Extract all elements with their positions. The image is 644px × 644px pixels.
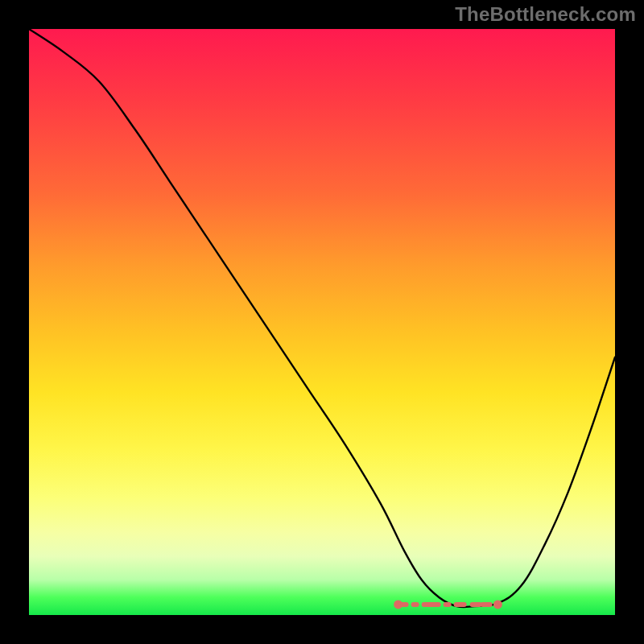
watermark-label: TheBottleneck.com [455, 3, 636, 26]
svg-point-1 [394, 600, 402, 609]
plot-area [29, 29, 615, 615]
svg-point-2 [493, 600, 502, 609]
chart-frame: TheBottleneck.com [0, 0, 644, 644]
bottleneck-curve [29, 29, 615, 607]
curve-layer [29, 29, 615, 615]
optimal-region-marker [394, 600, 502, 609]
